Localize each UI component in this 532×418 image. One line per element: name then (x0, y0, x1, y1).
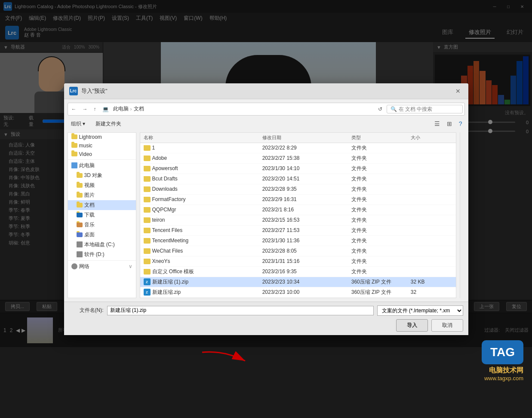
filetype-select[interactable]: 文案的文件 (*.lrtemplate; *.xm (377, 305, 463, 316)
filename-label: 文件名(N): (69, 307, 104, 314)
tree-item-music[interactable]: music (68, 141, 136, 150)
view-help-button[interactable]: ? (456, 119, 465, 128)
tree-item-disk-d[interactable]: 软件 (D:) (68, 250, 136, 259)
file-row[interactable]: FormatFactory 2023/2/9 16:31 文件夹 (140, 195, 456, 205)
folder-icon (144, 238, 151, 244)
folder-icon (144, 248, 151, 254)
import-button[interactable]: 导入 (396, 319, 428, 332)
file-date-10: 2023/2/28 8:05 (262, 248, 351, 254)
folder-icon-music2 (77, 223, 83, 227)
col-size[interactable]: 大小 (411, 134, 452, 141)
tree-item-video2[interactable]: 视频 (68, 180, 136, 190)
import-dialog: Lrc 导入"预设" ✕ ← → ↑ 💻 此电脑 › 文档 ↺ 🔍 (64, 83, 468, 335)
tag-logo: TAG (482, 340, 523, 364)
file-row[interactable]: Apowersoft 2023/1/30 14:10 文件夹 (140, 164, 456, 174)
folder-icon (144, 259, 151, 264)
folder-icon-lightroom (71, 134, 77, 139)
file-row[interactable]: 自定义 Office 模板 2023/2/16 9:35 文件夹 (140, 267, 456, 277)
view-list-button[interactable]: ☰ (432, 119, 443, 128)
tree-label-disk-c: 本地磁盘 (C:) (84, 241, 115, 248)
network-collapse-icon: ∨ (129, 263, 132, 269)
tree-item-3d[interactable]: 3D 对象 (68, 171, 136, 180)
file-date-2: 2023/1/30 14:10 (262, 165, 351, 171)
file-date-13: 2023/2/23 10:34 (262, 279, 351, 285)
folder-icon (144, 228, 151, 233)
up-button[interactable]: ↑ (92, 105, 98, 113)
file-row[interactable]: Downloads 2023/2/28 9:35 文件夹 (140, 184, 456, 195)
tree-item-video[interactable]: Video (68, 150, 136, 159)
file-row[interactable]: Adobe 2023/2/27 15:38 文件夹 (140, 153, 456, 164)
file-date-1: 2023/2/27 15:38 (262, 155, 351, 161)
file-date-11: 2023/1/31 15:16 (262, 258, 351, 264)
folder-icon-video2 (77, 183, 83, 188)
disk-icon-d (77, 251, 83, 257)
file-row[interactable]: teiron 2023/2/15 16:53 文件夹 (140, 215, 456, 226)
file-type-3: 文件夹 (351, 175, 411, 183)
file-name-3: Bcut Drafts (144, 176, 262, 182)
path-documents[interactable]: 文档 (134, 105, 144, 113)
file-row[interactable]: TencentMeeting 2023/1/30 11:36 文件夹 (140, 236, 456, 246)
file-type-4: 文件夹 (351, 186, 411, 193)
file-list-scrollbar[interactable] (460, 132, 465, 298)
organize-button[interactable]: 组织 ▾ (68, 119, 89, 129)
refresh-button[interactable]: ↺ (376, 105, 384, 113)
file-row[interactable]: 1 2023/2/22 8:29 文件夹 (140, 143, 456, 153)
path-computer[interactable]: 此电脑 (113, 105, 129, 113)
file-name-7: teiron (144, 217, 262, 223)
tree-item-lightroom[interactable]: Lightroom (68, 133, 136, 141)
tree-label-disk-d: 软件 (D:) (84, 251, 105, 258)
file-date-3: 2023/2/20 14:51 (262, 176, 351, 182)
file-name-2: Apowersoft (144, 165, 262, 171)
file-row[interactable]: Tencent Files 2023/2/27 11:53 文件夹 (140, 226, 456, 236)
computer-icon-tree (71, 162, 77, 168)
tree-item-downloads[interactable]: 下载 (68, 210, 136, 220)
tree-item-music2[interactable]: 音乐 (68, 220, 136, 230)
tree-label-network: 网络 (79, 263, 89, 270)
file-list-header: 名称 修改日期 类型 大小 (140, 133, 456, 143)
file-type-12: 文件夹 (351, 268, 411, 275)
file-name-9: TencentMeeting (144, 238, 262, 244)
tree-item-disk-c[interactable]: 本地磁盘 (C:) (68, 240, 136, 250)
tree-label-pictures: 图片 (84, 192, 95, 199)
file-date-8: 2023/2/27 11:53 (262, 227, 351, 233)
file-type-8: 文件夹 (351, 227, 411, 234)
file-date-9: 2023/1/30 11:36 (262, 238, 351, 244)
file-date-7: 2023/2/15 16:53 (262, 217, 351, 223)
tree-label-documents: 文档 (84, 201, 95, 209)
folder-icon-pictures (77, 193, 83, 198)
file-name-12: 自定义 Office 模板 (144, 268, 262, 275)
tree-item-documents[interactable]: 文档 (68, 200, 136, 210)
filename-input[interactable] (107, 306, 374, 315)
file-type-6: 文件夹 (351, 206, 411, 214)
folder-icon (144, 145, 151, 151)
new-folder-button[interactable]: 新建文件夹 (92, 119, 125, 129)
tree-item-network[interactable]: 网络 ∨ (68, 262, 136, 272)
cancel-button[interactable]: 取消 (431, 319, 463, 332)
file-row[interactable]: Z 新建压缩.zip 2023/2/23 10:00 360压缩 ZIP 文件 … (140, 287, 456, 298)
file-date-4: 2023/2/28 9:35 (262, 186, 351, 192)
browser-content: Lightroom music Video 此电脑 (68, 132, 465, 298)
dialog-close-button[interactable]: ✕ (453, 87, 463, 95)
forward-button[interactable]: → (81, 105, 89, 113)
folder-icon (144, 156, 151, 161)
search-input[interactable] (399, 106, 459, 112)
file-type-14: 360压缩 ZIP 文件 (351, 289, 411, 296)
col-name[interactable]: 名称 (144, 134, 262, 141)
tree-item-computer[interactable]: 此电脑 (68, 161, 136, 171)
view-grid-button[interactable]: ⊞ (444, 119, 455, 128)
file-row[interactable]: XneoYs 2023/1/31 15:16 文件夹 (140, 256, 456, 267)
dialog-bottom: 文件名(N): 文案的文件 (*.lrtemplate; *.xm 导入 取消 (64, 302, 468, 335)
col-date[interactable]: 修改日期 (262, 134, 351, 141)
file-row[interactable]: Bcut Drafts 2023/2/20 14:51 文件夹 (140, 174, 456, 184)
file-list: 名称 修改日期 类型 大小 1 2023/2/22 8:29 文件夹 Adobe (140, 132, 456, 298)
file-date-12: 2023/2/16 9:35 (262, 268, 351, 275)
file-row[interactable]: WeChat Files 2023/2/28 8:05 文件夹 (140, 246, 456, 256)
tree-item-desktop[interactable]: 桌面 (68, 230, 136, 240)
file-row[interactable]: Z 新建压缩 (1).zip 2023/2/23 10:34 360压缩 ZIP… (140, 277, 456, 287)
folder-icon-3d (77, 173, 83, 178)
col-type[interactable]: 类型 (351, 134, 411, 141)
file-name-11: XneoYs (144, 258, 262, 264)
back-button[interactable]: ← (70, 105, 78, 113)
tree-item-pictures[interactable]: 图片 (68, 190, 136, 200)
file-row[interactable]: QQPCMgr 2023/2/1 8:16 文件夹 (140, 205, 456, 215)
